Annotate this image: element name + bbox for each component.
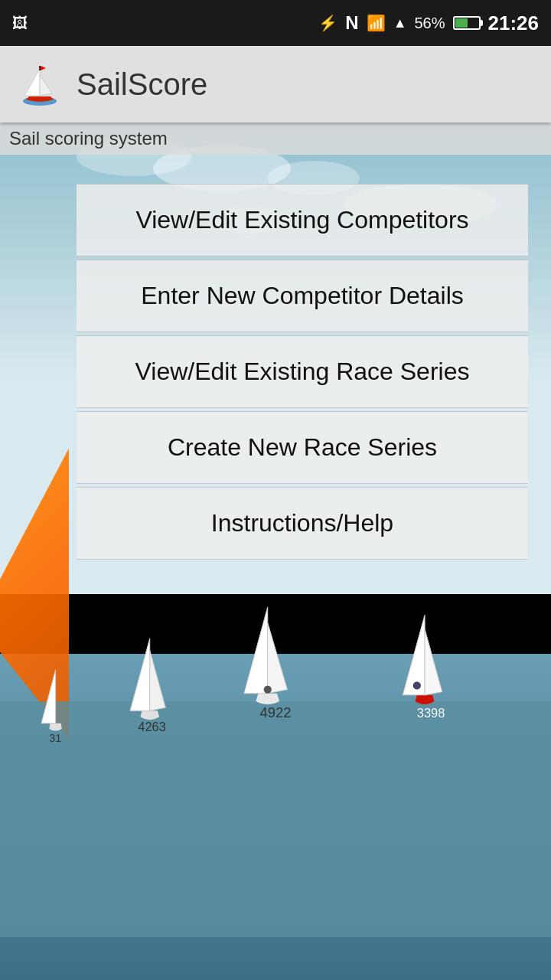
instructions-help-button[interactable]: Instructions/Help bbox=[77, 487, 528, 560]
sailboat-logo-svg bbox=[17, 61, 63, 107]
main-content: 4922 4263 3398 31 bbox=[0, 122, 551, 980]
enter-new-competitor-button[interactable]: Enter New Competitor Details bbox=[77, 260, 528, 332]
svg-text:4922: 4922 bbox=[259, 704, 291, 720]
svg-point-8 bbox=[264, 685, 272, 693]
svg-point-9 bbox=[413, 681, 421, 689]
n-icon: N bbox=[345, 12, 358, 34]
svg-rect-3 bbox=[0, 701, 551, 937]
subtitle-bar: Sail scoring system bbox=[0, 122, 551, 155]
app-bar: SailScore bbox=[0, 46, 551, 122]
create-new-race-series-button[interactable]: Create New Race Series bbox=[77, 411, 528, 484]
image-icon: 🖼 bbox=[12, 15, 28, 32]
bluetooth-icon: ⚡ bbox=[318, 14, 337, 32]
app-logo bbox=[15, 60, 64, 109]
battery-indicator bbox=[453, 16, 481, 30]
svg-text:3398: 3398 bbox=[417, 706, 445, 720]
battery-percent: 56% bbox=[414, 15, 445, 32]
status-right: ⚡ N 📶 ▲ 56% 21:26 bbox=[318, 11, 539, 35]
subtitle-text: Sail scoring system bbox=[9, 128, 168, 149]
menu-container: View/Edit Existing Competitors Enter New… bbox=[77, 184, 528, 563]
svg-text:31: 31 bbox=[49, 732, 61, 744]
wifi-icon: 📶 bbox=[367, 14, 386, 32]
clock: 21:26 bbox=[488, 11, 540, 35]
view-edit-race-series-button[interactable]: View/Edit Existing Race Series bbox=[77, 335, 528, 408]
view-edit-competitors-button[interactable]: View/Edit Existing Competitors bbox=[77, 184, 528, 256]
svg-rect-1 bbox=[39, 66, 41, 70]
status-left: 🖼 bbox=[12, 15, 28, 32]
status-bar: 🖼 ⚡ N 📶 ▲ 56% 21:26 bbox=[0, 0, 551, 46]
app-title: SailScore bbox=[77, 67, 207, 102]
svg-marker-2 bbox=[41, 66, 46, 70]
svg-text:4263: 4263 bbox=[138, 720, 166, 733]
signal-icon: ▲ bbox=[393, 15, 407, 31]
